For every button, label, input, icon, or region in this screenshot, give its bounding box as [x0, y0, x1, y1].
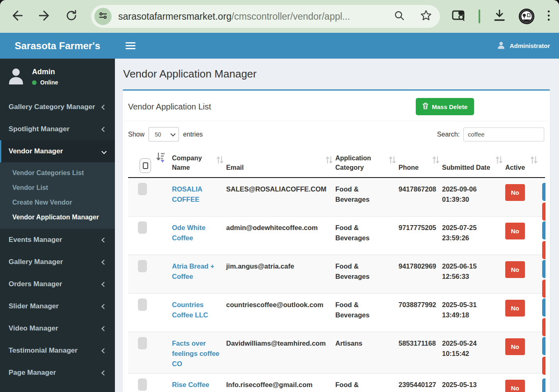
sidebar-item-label: Orders Manager [9, 280, 62, 288]
url-text[interactable]: sarasotafarmersmarket.org/cmscontroller/… [118, 11, 389, 22]
column-label: Active [505, 164, 525, 171]
sidebar-item-gallery-category-manager[interactable]: Gallery Category Manager [0, 96, 115, 118]
bookmark-star-icon[interactable] [419, 9, 433, 24]
table-header-row: Company Name Email [128, 148, 545, 178]
view-button-clipped[interactable] [542, 260, 545, 278]
sidebar-item-label: Vendor Manager [9, 147, 63, 155]
url-domain: sarasotafarmersmarket.org [118, 11, 231, 22]
profile-avatar[interactable] [519, 9, 534, 24]
active-status-button[interactable]: No [505, 223, 525, 239]
sidebar-item-video-manager[interactable]: Video Manager [0, 317, 115, 340]
chevron-left-icon [101, 304, 107, 309]
sidebar-item-vendor-application-manager[interactable]: Vendor Applicaton Manager [0, 210, 115, 225]
toolbar-separator [479, 9, 480, 23]
email-cell: admin@odewhitecoffee.com [226, 216, 335, 255]
active-status-button[interactable]: No [505, 261, 525, 278]
back-button[interactable] [8, 7, 26, 25]
sidebar-item-slider-manager[interactable]: Slider Manager [0, 295, 115, 317]
row-checkbox[interactable] [138, 299, 147, 311]
column-header-company[interactable]: Company Name [172, 148, 226, 178]
sidebar-item-vendor-categories-list[interactable]: Vendor Categories List [0, 166, 115, 180]
chevron-left-icon [101, 282, 107, 287]
company-link[interactable]: Ode White Coffee [172, 224, 206, 242]
hamburger-icon[interactable] [126, 41, 135, 51]
select-all-checkbox[interactable] [140, 158, 151, 173]
phone-cell: 2395440127 [399, 373, 442, 392]
submitted-cell: 2025-09-06 01:39:30 [442, 178, 505, 216]
header-user-menu[interactable]: Administrator [497, 41, 550, 51]
kebab-menu-icon[interactable] [547, 9, 551, 24]
phone-cell: 9417802969 [399, 255, 442, 293]
category-cell: Food & Beverages [335, 255, 399, 293]
app-header: Administrator [115, 33, 559, 59]
page-title: Vendor Application Manager [123, 68, 550, 80]
column-label: Phone [399, 164, 419, 171]
company-link[interactable]: ROSALIA COFFEE [172, 185, 202, 203]
company-link[interactable]: Countries Coffee LLC [172, 301, 208, 319]
reload-button[interactable] [62, 7, 80, 25]
brand-logo[interactable]: Sarasota Farmer's [0, 33, 115, 59]
search-in-tab-icon[interactable] [451, 9, 466, 23]
view-button-clipped[interactable] [542, 299, 545, 317]
sidebar-item-spotlight-manager[interactable]: Spotlight Manager [0, 118, 115, 140]
active-status-button[interactable]: No [505, 338, 525, 355]
submitted-cell: 2025-05-13 19:06:44 [442, 373, 505, 392]
site-settings-button[interactable] [94, 8, 112, 25]
show-label: Show [128, 131, 144, 138]
view-button-clipped[interactable] [542, 378, 545, 392]
active-status-button[interactable]: No [505, 380, 525, 392]
email-cell: Info.risecoffee@gmail.com [226, 373, 335, 392]
user-status: Online [32, 79, 58, 86]
forward-button[interactable] [35, 7, 53, 25]
content-area: Vendor Application Manager Vendor Applic… [115, 59, 559, 392]
sidebar-item-testimonial-manager[interactable]: Testimonial Manager [0, 340, 115, 362]
table-row: Ode White Coffee admin@odewhitecoffee.co… [128, 216, 545, 255]
sidebar-item-vendor-list[interactable]: Vendor List [0, 180, 115, 195]
url-bar[interactable]: sarasotafarmersmarket.org/cmscontroller/… [91, 5, 440, 28]
column-header-submitted[interactable]: Submitted Date [442, 148, 505, 178]
download-icon[interactable] [493, 9, 506, 24]
forward-arrow-icon [37, 9, 51, 24]
sidebar-item-gallery-manager[interactable]: Gallery Manager [0, 251, 115, 273]
email-cell: SALES@ROSALIACOFFE.COM [226, 178, 335, 216]
delete-button-clipped[interactable] [542, 357, 545, 375]
search-input[interactable] [463, 128, 544, 141]
company-link[interactable]: Rise Coffee [172, 381, 209, 388]
sidebar-item-vendor-manager[interactable]: Vendor Manager [0, 140, 115, 162]
zoom-magnifier-icon[interactable] [393, 9, 406, 23]
browser-toolbar: sarasotafarmersmarket.org/cmscontroller/… [0, 0, 559, 33]
active-status-button[interactable]: No [505, 184, 525, 201]
chevron-left-icon [101, 370, 107, 376]
sidebar-item-orders-manager[interactable]: Orders Manager [0, 273, 115, 295]
email-cell: countriescoffee@outlook.com [226, 293, 335, 332]
row-checkbox[interactable] [138, 337, 147, 349]
sidebar-item-label: Testimonial Manager [9, 346, 78, 355]
row-checkbox[interactable] [138, 378, 147, 391]
company-link[interactable]: Atria Bread + Coffee [172, 262, 214, 280]
row-checkbox[interactable] [138, 260, 147, 272]
view-button-clipped[interactable] [542, 221, 545, 239]
chevron-left-icon [101, 127, 107, 132]
online-dot-icon [32, 80, 37, 85]
column-header-active[interactable]: Active [505, 148, 540, 178]
sort-neutral-icon [432, 155, 440, 168]
sidebar-item-page-manager[interactable]: Page Manager [0, 362, 115, 384]
company-link[interactable]: Facts over feelings coffee CO [172, 340, 220, 367]
active-status-button[interactable]: No [505, 300, 525, 317]
sidebar-item-create-new-vendor[interactable]: Create New Vendor [0, 195, 115, 210]
sidebar-item-events-manager[interactable]: Events Manager [0, 229, 115, 251]
view-button-clipped[interactable] [542, 337, 545, 355]
sidebar-item-scroll-manager[interactable]: Scroll Manager [0, 384, 115, 392]
column-header-email[interactable]: Email [226, 148, 335, 178]
row-checkbox[interactable] [138, 221, 147, 234]
entries-label: entries [183, 131, 203, 138]
column-header-category[interactable]: Application Category [335, 148, 399, 178]
phone-cell: 9717775205 [399, 216, 442, 255]
submitted-cell: 2025-06-15 12:56:33 [442, 255, 505, 293]
sidebar-item-label: Gallery Manager [9, 258, 63, 266]
sort-desc-icon[interactable] [156, 152, 165, 165]
view-button-clipped[interactable] [542, 183, 545, 201]
column-header-phone[interactable]: Phone [399, 148, 442, 178]
mass-delete-button[interactable]: Mass Delete [416, 98, 474, 115]
row-checkbox[interactable] [138, 183, 147, 195]
